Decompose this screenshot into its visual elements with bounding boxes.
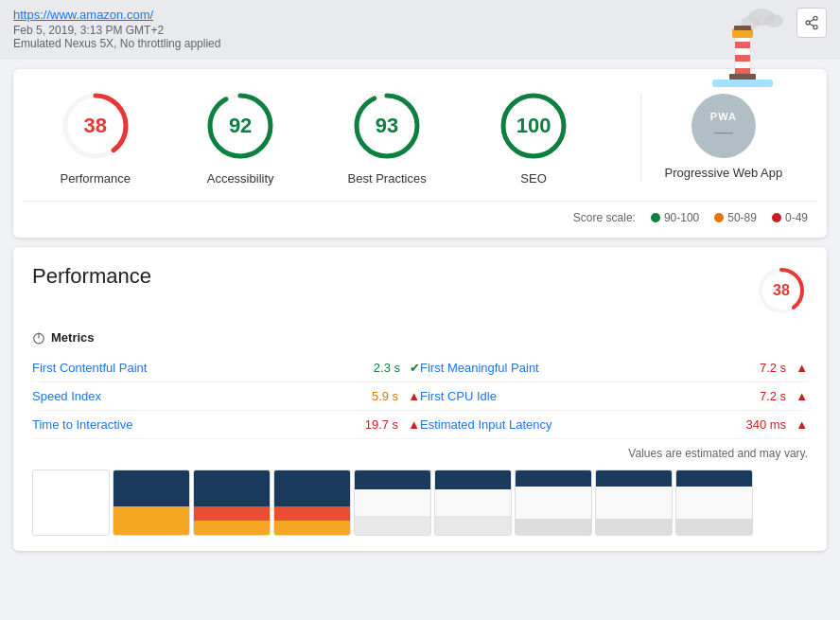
scale-dot-orange [714, 213, 724, 222]
thumbnail-6 [515, 469, 592, 536]
scale-range-orange: 50-89 [727, 211, 757, 224]
thumbnail-1 [113, 469, 190, 536]
share-icon [804, 15, 819, 30]
scale-range-red: 0-49 [785, 211, 808, 224]
metric-row-fcp: First Contentful Paint 2.3 s ✔ [32, 354, 420, 382]
metric-row-tti: Time to Interactive 19.7 s ▲ [32, 411, 420, 439]
svg-line-4 [810, 19, 814, 22]
gauge-value-best-practices: 93 [376, 114, 398, 138]
metric-name-fmp: First Meaningful Paint [420, 361, 754, 375]
metric-icon-tti: ▲ [408, 417, 420, 432]
svg-rect-15 [712, 80, 773, 87]
metric-row-fmp: First Meaningful Paint 7.2 s ▲ [420, 354, 808, 382]
perf-score-circle: 38 [755, 264, 808, 317]
metric-value-eil: 340 ms [745, 417, 786, 432]
score-scale: Score scale: 90-100 50-89 0-49 [23, 202, 817, 224]
metric-value-si: 5.9 s [372, 389, 398, 403]
scale-item-green: 90-100 [651, 211, 699, 224]
metric-row-eil: Estimated Input Latency 340 ms ▲ [420, 411, 808, 439]
perf-header: Performance 38 [32, 264, 808, 317]
score-label-best-practices: Best Practices [348, 171, 427, 186]
thumbnail-5 [434, 469, 512, 536]
values-note: Values are estimated and may vary. [32, 447, 808, 460]
metric-value-fmp: 7.2 s [760, 361, 786, 375]
share-button[interactable] [796, 8, 827, 38]
scale-dot-green [651, 213, 660, 222]
svg-rect-13 [734, 26, 751, 30]
pwa-dash: — [714, 122, 733, 141]
metric-value-tti: 19.7 s [365, 417, 398, 432]
performance-section: Performance 38 Metrics First Contentful … [13, 247, 827, 551]
scale-dot-red [772, 213, 781, 222]
score-label-seo: SEO [520, 171, 546, 186]
score-item-best-practices: 93 Best Practices [348, 88, 427, 186]
thumbnail-4 [354, 469, 431, 536]
svg-line-3 [810, 24, 814, 27]
metric-icon-fci: ▲ [796, 389, 808, 403]
thumbnail-3 [273, 469, 351, 536]
metric-icon-fcp: ✔ [410, 361, 420, 375]
scale-range-green: 90-100 [664, 211, 699, 224]
svg-rect-10 [735, 55, 750, 62]
gauge-value-accessibility: 92 [229, 114, 252, 138]
score-item-pwa: PWA — Progressive Web App [640, 94, 782, 180]
gauge-performance: 38 [58, 88, 133, 164]
metric-value-fcp: 2.3 s [374, 361, 400, 375]
metrics-right-col: First Meaningful Paint 7.2 s ▲ First CPU… [420, 354, 808, 439]
score-label-performance: Performance [60, 171, 130, 186]
gauge-seo: 100 [496, 88, 571, 164]
svg-point-6 [764, 14, 783, 27]
svg-rect-14 [729, 74, 756, 80]
score-label-pwa: Progressive Web App [664, 166, 782, 180]
metric-icon-fmp: ▲ [796, 361, 808, 375]
site-url[interactable]: https://www.amazon.com/ [13, 8, 153, 22]
metric-name-fcp: First Contentful Paint [32, 361, 368, 375]
gauge-value-performance: 38 [83, 114, 106, 138]
scale-item-red: 0-49 [772, 211, 808, 224]
metric-icon-eil: ▲ [796, 417, 808, 432]
gauge-value-seo: 100 [516, 114, 551, 138]
scale-item-orange: 50-89 [714, 211, 757, 224]
thumbnail-7 [595, 469, 673, 536]
thumbnail-0 [32, 469, 110, 536]
pwa-badge: PWA — [691, 94, 756, 158]
score-item-accessibility: 92 Accessibility [202, 88, 278, 186]
thumbnail-8 [675, 469, 753, 536]
score-scale-label: Score scale: [573, 211, 636, 224]
date: Feb 5, 2019, 3:13 PM GMT+2 [13, 24, 164, 37]
gauge-accessibility: 92 [202, 88, 278, 164]
stopwatch-icon [32, 331, 45, 345]
score-item-seo: 100 SEO [496, 88, 571, 186]
thumbnail-2 [193, 469, 271, 536]
metrics-grid: First Contentful Paint 2.3 s ✔ Speed Ind… [32, 354, 808, 439]
metrics-title: Metrics [51, 330, 95, 345]
performance-title: Performance [32, 264, 151, 289]
svg-rect-11 [735, 68, 750, 74]
metric-row-si: Speed Index 5.9 s ▲ [32, 382, 420, 411]
score-label-accessibility: Accessibility [207, 171, 274, 186]
device: Emulated Nexus 5X, No throttling applied [13, 37, 220, 50]
metric-name-si: Speed Index [32, 389, 366, 403]
metric-name-fci: First CPU Idle [420, 389, 754, 403]
metric-icon-si: ▲ [408, 389, 420, 403]
header: https://www.amazon.com/ Feb 5, 2019, 3:1… [0, 0, 840, 60]
metric-value-fci: 7.2 s [760, 389, 786, 403]
score-row: 38 Performance 92 Accessibility 93 [23, 88, 817, 202]
lighthouse-icon [693, 0, 788, 95]
score-item-performance: 38 Performance [58, 88, 133, 186]
gauge-best-practices: 93 [349, 88, 425, 164]
metric-name-tti: Time to Interactive [32, 417, 359, 432]
metrics-header: Metrics [32, 330, 808, 345]
metric-row-fci: First CPU Idle 7.2 s ▲ [420, 382, 808, 411]
svg-rect-9 [735, 42, 750, 48]
thumbnails-strip [32, 469, 808, 536]
metrics-left-col: First Contentful Paint 2.3 s ✔ Speed Ind… [32, 354, 420, 439]
metric-name-eil: Estimated Input Latency [420, 417, 740, 432]
perf-score-value: 38 [773, 282, 790, 299]
